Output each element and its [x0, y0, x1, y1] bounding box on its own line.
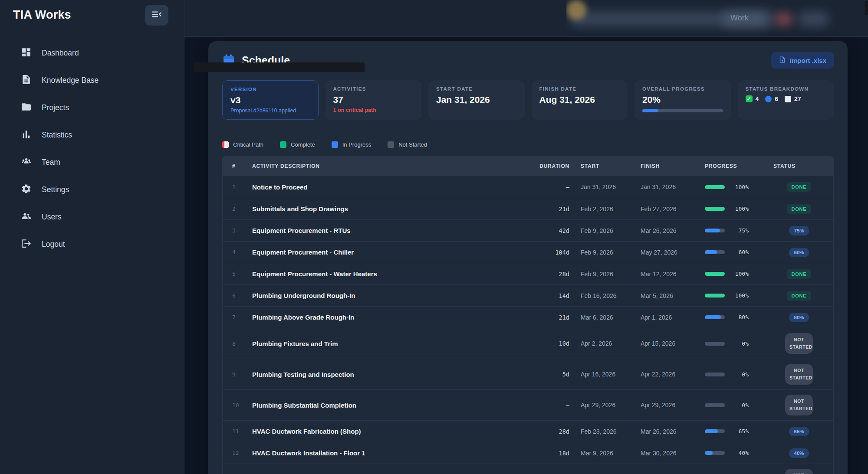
activity-duration: –: [532, 402, 581, 409]
status-badge: NOT STARTED: [785, 469, 813, 474]
activity-duration: 5d: [532, 371, 581, 378]
activity-description: Equipment Procurement - RTUs: [252, 227, 532, 234]
activity-description: Equipment Procurement - Water Heaters: [252, 270, 532, 278]
breakdown-inprogress-count: 6: [775, 95, 778, 102]
activity-duration: 28d: [532, 428, 581, 435]
table-row: 11HVAC Ductwork Fabrication (Shop)28dFeb…: [223, 420, 833, 442]
status-badge: 75%: [789, 226, 809, 235]
row-number: 5: [232, 271, 252, 277]
sidebar-item-label: Settings: [42, 185, 69, 194]
progress-bar-fill: [705, 315, 721, 319]
topbar-blurred-region: [566, 0, 868, 37]
progress-bar: [705, 429, 725, 433]
redaction-box-topbar: [865, 1, 868, 15]
avatar[interactable]: [566, 0, 586, 20]
progress-percent-label: 0%: [730, 402, 749, 409]
activity-start-date: Mar 9, 2026: [581, 450, 641, 457]
sidebar-item-knowledge-base[interactable]: Knowledge Base: [15, 70, 178, 91]
row-number: 11: [232, 428, 252, 435]
progress-bar: [705, 373, 725, 376]
app-root: TIA Works DashboardKnowledge BaseProject…: [0, 0, 868, 474]
sidebar-item-projects[interactable]: Projects: [15, 97, 178, 118]
sidebar-item-label: Dashboard: [42, 49, 79, 58]
legend: Critical PathCompleteIn ProgressNot Star…: [222, 141, 834, 148]
stat-label: FINISH DATE: [539, 86, 620, 92]
import-xlsx-button[interactable]: Import .xlsx: [771, 52, 834, 69]
stat-label: START DATE: [436, 86, 517, 92]
activity-progress-cell: 0%: [705, 340, 773, 347]
activity-description: Equipment Procurement - Chiller: [252, 248, 532, 256]
activity-duration: 21d: [532, 206, 581, 212]
column-header-start: START: [581, 163, 641, 169]
progress-percent-label: 40%: [730, 450, 749, 456]
table-header: #ACTIVITY DESCRIPTIONDURATIONSTARTFINISH…: [223, 156, 833, 176]
activity-start-date: Jan 31, 2026: [581, 183, 641, 190]
stat-sub: Proposal d2b86110 applied: [230, 108, 310, 114]
app-logo: TIA Works: [13, 8, 71, 22]
activity-start-date: Feb 23, 2026: [581, 428, 641, 435]
upload-file-icon: [779, 56, 786, 65]
table-row: 6Plumbing Underground Rough-In14dFeb 16,…: [223, 284, 833, 306]
progress-bar: [705, 342, 725, 346]
column-header-progress: PROGRESS: [705, 163, 773, 169]
sidebar-item-dashboard[interactable]: Dashboard: [15, 42, 178, 63]
activity-progress-cell: 100%: [705, 206, 773, 212]
progress-bar-fill: [705, 429, 718, 433]
legend-item-notstarted: Not Started: [388, 141, 427, 148]
column-header--: #: [232, 163, 252, 169]
progress-bar: [705, 451, 725, 455]
stat-value: Jan 31, 2026: [436, 95, 517, 105]
sidebar-item-statistics[interactable]: Statistics: [15, 124, 178, 145]
sidebar-item-users[interactable]: Users: [15, 206, 178, 227]
sidebar-item-label: Statistics: [42, 131, 72, 140]
activity-finish-date: Mar 30, 2026: [641, 450, 705, 457]
stat-card-overall-progress: OVERALL PROGRESS 20%: [635, 80, 731, 120]
stat-sub: 1 on critical path: [333, 107, 414, 113]
activity-progress-cell: 100%: [705, 292, 773, 299]
sidebar-item-settings[interactable]: Settings: [15, 179, 178, 200]
breakdown-done-count: 4: [756, 95, 759, 102]
progress-bar-fill: [705, 185, 725, 189]
blurred-blob: [723, 10, 775, 28]
progress-bar: [705, 185, 725, 189]
sidebar-item-label: Knowledge Base: [42, 76, 99, 85]
activity-start-date: Apr 29, 2026: [581, 402, 641, 409]
table-row: 4Equipment Procurement - Chiller104dFeb …: [223, 241, 833, 263]
progress-bar-fill: [705, 250, 717, 254]
sidebar-item-logout[interactable]: Logout: [15, 234, 178, 255]
logout-icon: [21, 238, 32, 251]
activity-progress-cell: 60%: [705, 249, 773, 255]
progress-bar: [705, 250, 725, 254]
progress-percent-label: 65%: [730, 428, 749, 435]
status-badge: DONE: [787, 182, 812, 192]
stat-label: OVERALL PROGRESS: [642, 86, 723, 92]
activity-finish-date: Apr 15, 2026: [641, 340, 705, 347]
legend-item-critical: Critical Path: [222, 141, 263, 148]
activity-progress-cell: 0%: [705, 402, 773, 409]
sidebar-nav: DashboardKnowledge BaseProjectsStatistic…: [0, 30, 184, 261]
legend-swatch-complete: [280, 141, 286, 148]
activity-progress-cell: 0%: [705, 371, 773, 378]
sidebar-collapse-button[interactable]: [145, 5, 168, 26]
column-header-duration: DURATION: [532, 163, 581, 169]
breakdown-notstarted-count: 27: [794, 95, 801, 102]
sidebar-item-team[interactable]: Team: [15, 152, 178, 173]
status-badge: NOT STARTED: [785, 364, 813, 385]
progress-bar-fill: [705, 229, 720, 232]
redaction-box-subtitle: [194, 62, 365, 72]
progress-bar-fill: [705, 294, 725, 297]
legend-label: Not Started: [398, 141, 427, 148]
activity-description: HVAC Ductwork Fabrication (Shop): [252, 428, 532, 435]
document-icon: [21, 74, 32, 87]
activity-start-date: Feb 9, 2026: [581, 249, 641, 256]
progress-bar-fill: [705, 207, 725, 211]
activity-finish-date: Apr 1, 2026: [641, 314, 705, 321]
activity-duration: 21d: [532, 314, 581, 321]
status-badge: DONE: [787, 291, 812, 301]
progress-percent-label: 100%: [730, 271, 749, 277]
team-icon: [21, 156, 32, 169]
stat-card-start-date: START DATE Jan 31, 2026: [428, 80, 525, 120]
dashboard-icon: [21, 47, 32, 59]
activity-duration: 104d: [532, 249, 581, 256]
status-badge: NOT STARTED: [785, 395, 813, 416]
